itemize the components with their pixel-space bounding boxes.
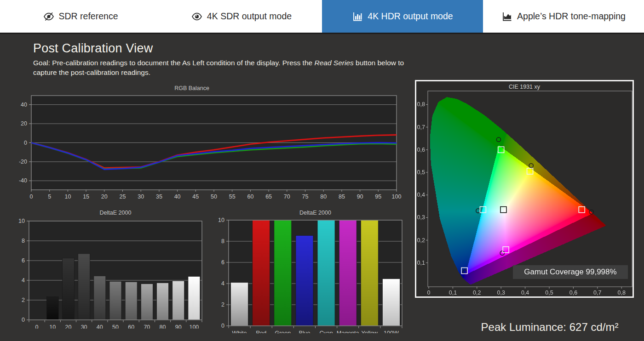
cie-measured-red bbox=[579, 207, 585, 213]
bar-20 bbox=[62, 258, 74, 320]
svg-text:0,7: 0,7 bbox=[417, 124, 425, 131]
svg-text:85: 85 bbox=[339, 193, 345, 199]
svg-text:Green: Green bbox=[275, 330, 291, 333]
svg-text:Red: Red bbox=[256, 330, 266, 333]
svg-text:6: 6 bbox=[221, 259, 224, 266]
svg-text:100W: 100W bbox=[384, 330, 399, 333]
svg-text:95: 95 bbox=[375, 193, 381, 199]
tab-4k-sdr-output-mode[interactable]: 4K SDR output mode bbox=[161, 0, 322, 33]
tab-apples-hdr-tone-mapping[interactable]: Apple’s HDR tone-mapping bbox=[483, 0, 644, 33]
cie-target-red bbox=[589, 210, 593, 214]
cie-1931-panel: CIE 1931 xy 00,10,20,30,40,50,60,70,80,1… bbox=[415, 80, 634, 298]
svg-text:0: 0 bbox=[221, 323, 224, 329]
deltae-color-chart: 0246810WhiteRedGreenBlueCyanMagentaYello… bbox=[207, 207, 409, 333]
cie-measured-yellow bbox=[527, 168, 533, 174]
svg-text:35: 35 bbox=[156, 193, 162, 199]
svg-text:8: 8 bbox=[22, 238, 25, 244]
svg-text:60: 60 bbox=[128, 324, 134, 329]
eye-icon bbox=[191, 11, 202, 22]
tab-label: Apple’s HDR tone-mapping bbox=[517, 11, 626, 22]
svg-text:-20: -20 bbox=[19, 159, 27, 165]
svg-text:0,5: 0,5 bbox=[417, 169, 425, 176]
tab-label: 4K SDR output mode bbox=[207, 11, 292, 22]
svg-text:0,6: 0,6 bbox=[417, 147, 425, 153]
rgb-balance-chart: 40200-20-40RGB Balance051015202530354045… bbox=[5, 84, 405, 199]
svg-text:50: 50 bbox=[211, 193, 217, 199]
svg-text:30: 30 bbox=[81, 324, 87, 329]
svg-text:40: 40 bbox=[174, 193, 181, 199]
cie-target-blue bbox=[463, 270, 467, 274]
svg-text:10: 10 bbox=[49, 324, 56, 329]
rgb-balance-title: RGB Balance bbox=[174, 85, 209, 91]
area-chart-icon bbox=[501, 11, 512, 22]
svg-text:-40: -40 bbox=[19, 177, 27, 184]
svg-text:40: 40 bbox=[21, 102, 27, 108]
svg-text:0,7: 0,7 bbox=[593, 290, 601, 296]
svg-text:0,2: 0,2 bbox=[473, 290, 481, 296]
cie-target-white bbox=[503, 208, 507, 212]
svg-text:10: 10 bbox=[64, 193, 71, 199]
svg-text:0,4: 0,4 bbox=[521, 290, 529, 296]
svg-text:25: 25 bbox=[120, 193, 126, 199]
svg-text:15: 15 bbox=[83, 193, 89, 199]
svg-text:0: 0 bbox=[427, 290, 431, 296]
bar-white bbox=[231, 283, 248, 326]
svg-text:20: 20 bbox=[21, 120, 27, 127]
svg-text:DeltaE 2000: DeltaE 2000 bbox=[100, 210, 132, 216]
svg-text:0: 0 bbox=[35, 324, 39, 329]
svg-text:0,6: 0,6 bbox=[569, 290, 577, 296]
bar-yellow bbox=[361, 220, 378, 326]
bar-blue bbox=[296, 235, 313, 326]
bar-magenta bbox=[339, 220, 356, 326]
svg-text:Magenta: Magenta bbox=[337, 330, 359, 333]
app-window: SDR reference 4K SDR output mode 4K HDR … bbox=[0, 0, 644, 341]
svg-text:4: 4 bbox=[22, 277, 25, 284]
svg-text:6: 6 bbox=[22, 257, 25, 264]
svg-text:0,1: 0,1 bbox=[417, 260, 425, 266]
svg-text:0,2: 0,2 bbox=[417, 237, 425, 244]
svg-text:30: 30 bbox=[138, 193, 144, 199]
cie-target-magenta bbox=[500, 251, 504, 255]
bar-100w bbox=[382, 279, 400, 326]
cie-overlay: 00,10,20,30,40,50,60,70,80,10,20,30,40,5… bbox=[416, 81, 632, 296]
bar-red bbox=[253, 220, 270, 326]
svg-text:55: 55 bbox=[229, 193, 236, 199]
svg-text:100: 100 bbox=[189, 324, 199, 329]
svg-text:Yellow: Yellow bbox=[361, 330, 378, 333]
svg-text:90: 90 bbox=[357, 193, 363, 199]
svg-text:0,8: 0,8 bbox=[417, 101, 425, 108]
svg-text:0: 0 bbox=[24, 140, 27, 146]
svg-text:4: 4 bbox=[221, 280, 224, 287]
tab-4k-hdr-output-mode[interactable]: 4K HDR output mode bbox=[322, 0, 483, 33]
cie-measured-cyan bbox=[480, 207, 486, 213]
svg-text:0,5: 0,5 bbox=[545, 290, 553, 296]
svg-text:White: White bbox=[232, 330, 247, 333]
svg-text:20: 20 bbox=[65, 324, 72, 329]
svg-text:90: 90 bbox=[175, 324, 182, 329]
svg-text:20: 20 bbox=[101, 193, 108, 199]
svg-text:0: 0 bbox=[30, 193, 33, 199]
bar-30 bbox=[78, 254, 90, 320]
bar-70 bbox=[141, 284, 153, 320]
cie-target-green bbox=[496, 137, 500, 142]
svg-text:60: 60 bbox=[247, 193, 253, 199]
goal-prefix: Goal: Pre-calibration readings to docume… bbox=[33, 59, 314, 67]
svg-text:80: 80 bbox=[160, 324, 166, 329]
cie-target-yellow bbox=[529, 164, 533, 168]
svg-text:0,3: 0,3 bbox=[497, 290, 505, 296]
bar-50 bbox=[109, 281, 121, 320]
svg-text:65: 65 bbox=[265, 193, 272, 199]
svg-text:100: 100 bbox=[392, 193, 402, 199]
bar-80 bbox=[157, 283, 169, 320]
tab-bar: SDR reference 4K SDR output mode 4K HDR … bbox=[0, 0, 644, 34]
svg-text:0,4: 0,4 bbox=[417, 192, 425, 198]
svg-text:Blue: Blue bbox=[299, 330, 310, 333]
bar-10 bbox=[46, 296, 58, 320]
svg-text:8: 8 bbox=[221, 238, 224, 244]
deltae-grayscale-chart: 02468100102030405060708090100DeltaE 2000 bbox=[7, 207, 212, 329]
svg-text:5: 5 bbox=[48, 193, 51, 199]
tab-sdr-reference[interactable]: SDR reference bbox=[0, 0, 161, 33]
svg-text:80: 80 bbox=[320, 193, 327, 199]
svg-text:Cyan: Cyan bbox=[319, 330, 333, 333]
svg-text:0,8: 0,8 bbox=[618, 290, 626, 296]
